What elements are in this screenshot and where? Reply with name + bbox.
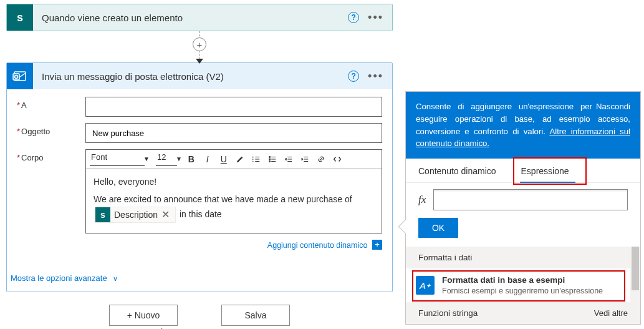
sharepoint-icon-letter: s xyxy=(17,11,23,24)
highlight-button[interactable] xyxy=(233,152,247,166)
subject-label: Oggetto xyxy=(21,127,50,136)
tab-dynamic-content[interactable]: Contenuto dinamico xyxy=(406,159,509,182)
action-card: Invia un messaggio di posta elettronica … xyxy=(6,62,393,292)
chevron-down-icon: ▼ xyxy=(176,155,182,162)
field-to: *A xyxy=(17,97,382,117)
chevron-down-icon: ▼ xyxy=(143,155,150,162)
connector: + xyxy=(0,31,399,62)
rte-toolbar: Font▼ 12▼ B I U xyxy=(86,150,382,169)
action-header[interactable]: Invia un messaggio di posta elettronica … xyxy=(7,63,392,89)
panel-description: Nascondi Consente di aggiungere un'espre… xyxy=(406,92,640,159)
outdent-button[interactable] xyxy=(282,152,296,166)
dynamic-content-panel: Nascondi Consente di aggiungere un'espre… xyxy=(405,91,641,325)
indent-button[interactable] xyxy=(298,152,312,166)
footer-buttons: + Nuovo Salva xyxy=(0,305,399,326)
body-line-1: Hello, everyone! xyxy=(94,175,374,189)
more-menu-icon[interactable]: ••• xyxy=(368,12,383,23)
token-label: Description xyxy=(114,208,158,222)
action-body: *A *Oggetto *Corpo Font▼ 12▼ B I U xyxy=(7,89,392,266)
code-view-button[interactable] xyxy=(330,152,344,166)
chevron-down-icon: ∨ xyxy=(113,275,118,282)
advanced-options-label: Mostra le opzioni avanzate xyxy=(11,273,107,283)
dynamic-token-description[interactable]: s Description ✕ xyxy=(95,207,176,223)
outlook-icon xyxy=(7,63,33,89)
section-format-data: Formatta i dati xyxy=(406,247,640,268)
help-icon[interactable]: ? xyxy=(348,12,359,23)
format-by-example-item[interactable]: A✦ Formatta dati in base a esempi Fornis… xyxy=(406,268,640,302)
format-item-subtitle: Fornisci esempi e suggeriremo un'espress… xyxy=(442,286,603,296)
format-item-title: Formatta dati in base a esempi xyxy=(442,275,603,286)
flow-canvas: s Quando viene creato un elemento ? ••• … xyxy=(0,0,399,329)
add-step-button[interactable]: + xyxy=(193,37,206,51)
body-content[interactable]: Hello, everyone! We are excited to annou… xyxy=(86,169,382,233)
section-format-label: Formatta i dati xyxy=(418,253,472,262)
svg-point-3 xyxy=(269,156,271,157)
fx-icon: fx xyxy=(418,194,426,206)
field-body: *Corpo Font▼ 12▼ B I U xyxy=(17,149,382,233)
svg-point-4 xyxy=(269,159,271,160)
sharepoint-icon: s xyxy=(95,207,110,222)
new-step-button[interactable]: + Nuovo xyxy=(109,305,178,326)
expression-input[interactable] xyxy=(433,189,628,210)
scrollbar[interactable] xyxy=(630,247,640,324)
body-text-after: in this date xyxy=(180,209,222,219)
advanced-options[interactable]: Mostra le opzioni avanzate ∨ xyxy=(7,266,392,292)
number-list-button[interactable] xyxy=(249,152,263,166)
more-menu-icon[interactable]: ••• xyxy=(368,71,383,82)
section-string-functions: Funzioni stringa Vedi altre xyxy=(406,302,640,324)
see-more-link[interactable]: Vedi altre xyxy=(594,308,628,318)
format-icon: A✦ xyxy=(416,276,435,295)
ok-button[interactable]: OK xyxy=(418,218,458,238)
underline-button[interactable]: U xyxy=(217,152,231,166)
to-input[interactable] xyxy=(85,97,382,117)
svg-rect-1 xyxy=(13,74,19,80)
trigger-header[interactable]: s Quando viene creato un elemento ? ••• xyxy=(7,4,392,31)
trigger-card[interactable]: s Quando viene creato un elemento ? ••• xyxy=(6,4,393,31)
arrow-down-icon xyxy=(196,59,203,64)
font-picker[interactable]: Font xyxy=(90,152,145,166)
section-string-label: Funzioni stringa xyxy=(418,308,478,318)
link-button[interactable] xyxy=(314,152,328,166)
tab-expression[interactable]: Espressione xyxy=(509,159,582,182)
body-line-2: We are excited to announce that we have … xyxy=(94,192,374,222)
action-title: Invia un messaggio di posta elettronica … xyxy=(33,71,348,82)
expression-input-row: fx xyxy=(406,183,640,214)
help-icon[interactable]: ? xyxy=(348,71,359,82)
sharepoint-icon: s xyxy=(7,4,33,31)
size-picker[interactable]: 12 xyxy=(156,152,177,166)
add-dynamic-link[interactable]: Aggiungi contenuto dinamico xyxy=(267,240,368,249)
panel-tabs: Contenuto dinamico Espressione xyxy=(406,159,640,183)
remove-token-icon[interactable]: ✕ xyxy=(159,209,171,221)
bullet-list-button[interactable] xyxy=(266,152,279,166)
field-subject: *Oggetto xyxy=(17,123,382,143)
body-text-before: We are excited to announce that we have … xyxy=(94,194,352,204)
scrollbar-thumb[interactable] xyxy=(632,247,639,290)
subject-input[interactable] xyxy=(85,123,382,143)
trigger-title: Quando viene creato un elemento xyxy=(33,12,348,23)
bold-button[interactable]: B xyxy=(185,152,198,166)
save-button[interactable]: Salva xyxy=(221,305,290,326)
add-dynamic-row: Aggiungi contenuto dinamico + xyxy=(17,240,382,250)
rich-text-editor: Font▼ 12▼ B I U xyxy=(85,149,382,233)
to-label: A xyxy=(21,101,27,110)
italic-button[interactable]: I xyxy=(201,152,214,166)
hide-link[interactable]: Nascondi xyxy=(596,101,630,113)
plus-badge-icon[interactable]: + xyxy=(372,240,382,250)
svg-point-5 xyxy=(269,160,271,162)
body-label: Corpo xyxy=(21,153,43,162)
